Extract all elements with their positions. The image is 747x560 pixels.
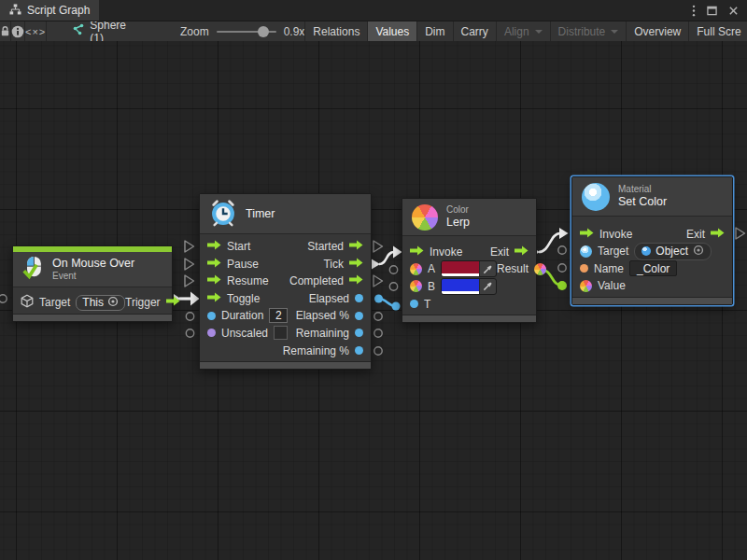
values-button[interactable]: Values [367, 21, 416, 41]
port-indicator-triangle[interactable] [185, 259, 194, 270]
edit-source-icon[interactable]: <×> [25, 21, 47, 41]
node-timer[interactable]: Timer Start Started Pause Tick Resume Co… [199, 193, 372, 370]
port-indicator-triangle[interactable] [374, 241, 383, 252]
flow-port-icon[interactable] [207, 240, 221, 253]
node-set-color[interactable]: Material Set Color Invoke Exit Target Ob… [571, 176, 733, 305]
port-indicator-circle[interactable] [558, 264, 566, 272]
overview-button[interactable]: Overview [626, 21, 688, 41]
flow-port-icon[interactable] [711, 228, 725, 241]
tab-script-graph[interactable]: Script Graph [0, 0, 99, 21]
data-port-icon[interactable] [355, 294, 363, 302]
port-indicator-circle[interactable] [374, 347, 382, 355]
graph-context[interactable]: Sphere (1) [71, 21, 126, 41]
flow-port-icon[interactable] [207, 292, 221, 305]
maximize-icon[interactable] [707, 6, 717, 16]
zoom-label: Zoom [180, 25, 209, 38]
close-icon[interactable] [728, 6, 739, 16]
duration-value-field[interactable]: 2 [269, 308, 288, 323]
eyedropper-icon[interactable] [479, 261, 496, 276]
wire-tick-invoke[interactable] [371, 246, 402, 271]
port-indicator-circle[interactable] [186, 329, 193, 337]
data-port-icon[interactable] [355, 329, 363, 337]
port-row: Start Started [200, 238, 371, 256]
eyedropper-icon[interactable] [479, 279, 496, 294]
port-indicator-circle[interactable] [0, 295, 7, 302]
color-port-icon[interactable] [580, 280, 592, 292]
zoom-slider-knob[interactable] [258, 26, 269, 37]
port-indicator-triangle[interactable] [185, 275, 194, 287]
node-footer[interactable] [13, 314, 172, 321]
flow-port-icon[interactable] [580, 228, 594, 241]
port-row: A Result [402, 260, 536, 278]
zoom-slider[interactable] [217, 25, 276, 38]
relations-button[interactable]: Relations [304, 21, 367, 41]
port-row: Name_Color [572, 260, 732, 278]
port-indicator-triangle[interactable] [736, 228, 745, 239]
port-row: Pause Tick [200, 255, 371, 273]
graph-pointer-icon [71, 23, 84, 39]
node-footer[interactable] [572, 297, 732, 304]
script-graph-hierarchy-icon [9, 4, 21, 18]
data-port-icon[interactable] [207, 329, 216, 337]
port-row: B [402, 278, 536, 296]
flow-port-icon[interactable] [207, 274, 221, 287]
mouse-event-icon [22, 256, 44, 283]
flow-port-icon[interactable] [166, 296, 180, 309]
dim-button[interactable]: Dim [416, 21, 452, 41]
flow-port-icon[interactable] [207, 258, 221, 271]
zoom-value: 0.9x [284, 25, 305, 38]
port-indicator-circle[interactable] [389, 283, 397, 290]
unscaled-checkbox[interactable] [274, 326, 288, 340]
flow-port-icon[interactable] [410, 245, 424, 259]
timer-clock-icon [209, 199, 237, 230]
gameobject-cube-icon [21, 294, 34, 311]
flow-port-icon[interactable] [514, 245, 529, 259]
color-port-icon[interactable] [410, 263, 422, 275]
port-label: Target [39, 296, 70, 309]
graph-canvas[interactable]: On Mouse Over Event Target This [0, 41, 747, 560]
data-port-icon[interactable] [355, 346, 363, 355]
tab-title: Script Graph [27, 4, 90, 17]
data-port-icon[interactable] [410, 300, 418, 308]
target-object-field[interactable]: Object [634, 243, 712, 260]
material-port-icon[interactable] [580, 245, 592, 258]
align-dropdown[interactable]: Align [496, 21, 550, 41]
node-title: Timer [246, 207, 275, 221]
name-value-field[interactable]: _Color [629, 260, 677, 276]
data-port-icon[interactable] [207, 312, 216, 320]
color-a-field[interactable] [441, 260, 497, 277]
port-indicator-circle[interactable] [389, 266, 397, 273]
lock-icon[interactable] [0, 21, 11, 41]
port-indicator-circle[interactable] [558, 246, 566, 254]
data-port-icon[interactable] [355, 312, 363, 320]
port-indicator-circle[interactable] [374, 313, 382, 320]
flow-port-icon[interactable] [349, 258, 363, 271]
node-footer[interactable] [402, 315, 536, 322]
color-port-icon[interactable] [534, 263, 546, 275]
wire-elapsed-t[interactable] [374, 295, 401, 311]
distribute-dropdown[interactable]: Distribute [550, 21, 627, 41]
fullscreen-button[interactable]: Full Scre [688, 21, 747, 41]
port-indicator-circle[interactable] [186, 313, 193, 320]
carry-button[interactable]: Carry [453, 21, 496, 41]
object-picker-icon[interactable] [107, 296, 119, 310]
port-indicator-triangle[interactable] [185, 241, 194, 252]
node-title: Set Color [618, 195, 667, 209]
node-on-mouse-over[interactable]: On Mouse Over Event Target This [12, 245, 173, 322]
port-indicator-circle[interactable] [374, 329, 382, 337]
window-menu-icon[interactable] [692, 5, 696, 17]
node-footer[interactable] [200, 361, 371, 369]
port-indicator-triangle[interactable] [374, 275, 383, 287]
context-label: Sphere (1) [90, 21, 126, 42]
object-picker-icon[interactable] [693, 245, 704, 259]
chevron-down-icon [611, 30, 618, 34]
target-this-field[interactable]: This [76, 295, 125, 311]
tab-strip: Script Graph [0, 0, 747, 21]
flow-port-icon[interactable] [349, 240, 363, 253]
color-b-field[interactable] [441, 278, 497, 295]
color-port-icon[interactable] [410, 280, 422, 292]
info-icon[interactable] [11, 21, 25, 41]
data-port-icon[interactable] [580, 264, 588, 273]
node-color-lerp[interactable]: Color Lerp Invoke Exit A Result B [402, 198, 537, 323]
flow-port-icon[interactable] [349, 274, 363, 287]
